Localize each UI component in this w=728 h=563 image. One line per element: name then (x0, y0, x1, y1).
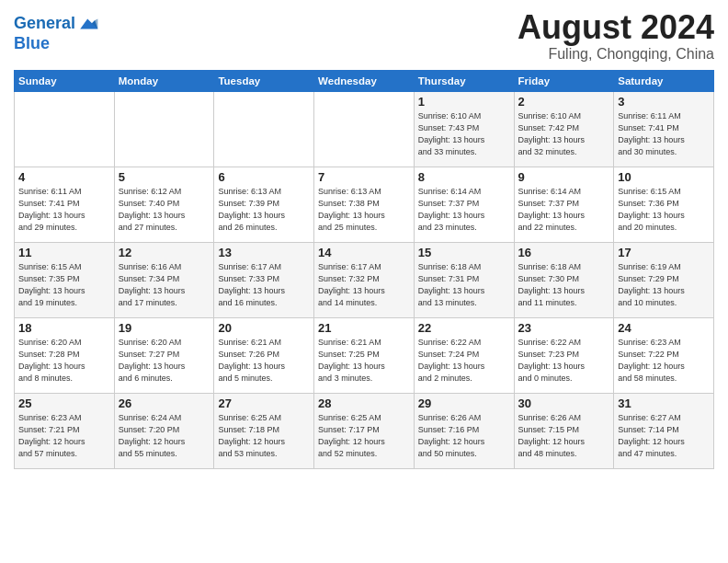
weekday-sunday: Sunday (15, 70, 115, 91)
calendar-cell: 27Sunrise: 6:25 AM Sunset: 7:18 PM Dayli… (214, 393, 314, 468)
day-info: Sunrise: 6:17 AM Sunset: 7:33 PM Dayligh… (218, 261, 310, 309)
calendar-cell (314, 91, 415, 167)
day-info: Sunrise: 6:25 AM Sunset: 7:17 PM Dayligh… (318, 412, 410, 460)
calendar-cell: 23Sunrise: 6:22 AM Sunset: 7:23 PM Dayli… (514, 317, 614, 393)
logo-blue: Blue (14, 34, 50, 52)
calendar-cell: 29Sunrise: 6:26 AM Sunset: 7:16 PM Dayli… (414, 393, 514, 468)
day-number: 26 (119, 396, 210, 410)
day-info: Sunrise: 6:10 AM Sunset: 7:42 PM Dayligh… (518, 110, 610, 158)
calendar-cell: 21Sunrise: 6:21 AM Sunset: 7:25 PM Dayli… (314, 317, 415, 393)
calendar-cell: 2Sunrise: 6:10 AM Sunset: 7:42 PM Daylig… (514, 91, 614, 167)
day-info: Sunrise: 6:24 AM Sunset: 7:20 PM Dayligh… (119, 412, 210, 460)
month-title: August 2024 (518, 9, 714, 46)
day-info: Sunrise: 6:17 AM Sunset: 7:32 PM Dayligh… (318, 261, 410, 309)
calendar-cell (15, 91, 115, 167)
calendar-cell: 15Sunrise: 6:18 AM Sunset: 7:31 PM Dayli… (414, 242, 514, 317)
weekday-saturday: Saturday (614, 70, 714, 91)
day-number: 4 (18, 170, 110, 184)
weekday-wednesday: Wednesday (314, 70, 415, 91)
week-row-2: 11Sunrise: 6:15 AM Sunset: 7:35 PM Dayli… (15, 242, 714, 317)
day-info: Sunrise: 6:15 AM Sunset: 7:36 PM Dayligh… (618, 186, 710, 234)
day-info: Sunrise: 6:10 AM Sunset: 7:43 PM Dayligh… (418, 110, 510, 158)
day-info: Sunrise: 6:27 AM Sunset: 7:14 PM Dayligh… (618, 412, 710, 460)
calendar-cell: 17Sunrise: 6:19 AM Sunset: 7:29 PM Dayli… (614, 242, 714, 317)
calendar-cell (114, 91, 214, 167)
day-number: 5 (119, 170, 210, 184)
day-number: 18 (18, 321, 110, 335)
weekday-thursday: Thursday (414, 70, 514, 91)
day-number: 14 (318, 246, 410, 259)
calendar-cell: 13Sunrise: 6:17 AM Sunset: 7:33 PM Dayli… (214, 242, 314, 317)
day-number: 19 (119, 321, 210, 335)
calendar-cell: 5Sunrise: 6:12 AM Sunset: 7:40 PM Daylig… (114, 167, 214, 242)
main-container: General Blue August 2024 Fuling, Chongqi… (0, 0, 728, 474)
day-info: Sunrise: 6:14 AM Sunset: 7:37 PM Dayligh… (418, 186, 510, 234)
calendar-cell: 7Sunrise: 6:13 AM Sunset: 7:38 PM Daylig… (314, 167, 415, 242)
day-number: 31 (618, 396, 710, 410)
title-block: August 2024 Fuling, Chongqing, China (518, 9, 714, 63)
day-number: 29 (418, 396, 510, 410)
header: General Blue August 2024 Fuling, Chongqi… (14, 9, 714, 63)
day-number: 17 (618, 246, 710, 259)
day-number: 3 (618, 95, 710, 109)
calendar-cell: 8Sunrise: 6:14 AM Sunset: 7:37 PM Daylig… (414, 167, 514, 242)
day-number: 28 (318, 396, 410, 410)
week-row-0: 1Sunrise: 6:10 AM Sunset: 7:43 PM Daylig… (15, 91, 714, 167)
weekday-monday: Monday (114, 70, 214, 91)
weekday-tuesday: Tuesday (214, 70, 314, 91)
day-number: 15 (418, 246, 510, 259)
day-info: Sunrise: 6:20 AM Sunset: 7:27 PM Dayligh… (119, 337, 210, 385)
day-info: Sunrise: 6:23 AM Sunset: 7:22 PM Dayligh… (618, 337, 710, 385)
calendar-cell: 22Sunrise: 6:22 AM Sunset: 7:24 PM Dayli… (414, 317, 514, 393)
day-number: 16 (518, 246, 610, 259)
week-row-3: 18Sunrise: 6:20 AM Sunset: 7:28 PM Dayli… (15, 317, 714, 393)
calendar-cell: 30Sunrise: 6:26 AM Sunset: 7:15 PM Dayli… (514, 393, 614, 468)
calendar-cell: 10Sunrise: 6:15 AM Sunset: 7:36 PM Dayli… (614, 167, 714, 242)
day-info: Sunrise: 6:12 AM Sunset: 7:40 PM Dayligh… (119, 186, 210, 234)
day-info: Sunrise: 6:16 AM Sunset: 7:34 PM Dayligh… (119, 261, 210, 309)
calendar-cell: 24Sunrise: 6:23 AM Sunset: 7:22 PM Dayli… (614, 317, 714, 393)
day-number: 22 (418, 321, 510, 335)
day-info: Sunrise: 6:22 AM Sunset: 7:23 PM Dayligh… (518, 337, 610, 385)
day-number: 30 (518, 396, 610, 410)
calendar-cell (214, 91, 314, 167)
logo: General Blue (14, 13, 99, 53)
day-info: Sunrise: 6:25 AM Sunset: 7:18 PM Dayligh… (218, 412, 310, 460)
calendar-cell: 28Sunrise: 6:25 AM Sunset: 7:17 PM Dayli… (314, 393, 415, 468)
day-info: Sunrise: 6:11 AM Sunset: 7:41 PM Dayligh… (618, 110, 710, 158)
day-number: 20 (218, 321, 310, 335)
day-number: 23 (518, 321, 610, 335)
day-number: 27 (218, 396, 310, 410)
day-number: 6 (218, 170, 310, 184)
calendar-cell: 20Sunrise: 6:21 AM Sunset: 7:26 PM Dayli… (214, 317, 314, 393)
day-number: 2 (518, 95, 610, 109)
calendar-cell: 31Sunrise: 6:27 AM Sunset: 7:14 PM Dayli… (614, 393, 714, 468)
day-info: Sunrise: 6:18 AM Sunset: 7:30 PM Dayligh… (518, 261, 610, 309)
day-info: Sunrise: 6:15 AM Sunset: 7:35 PM Dayligh… (18, 261, 110, 309)
day-info: Sunrise: 6:26 AM Sunset: 7:16 PM Dayligh… (418, 412, 510, 460)
day-number: 10 (618, 170, 710, 184)
day-info: Sunrise: 6:23 AM Sunset: 7:21 PM Dayligh… (18, 412, 110, 460)
logo-icon (77, 13, 99, 35)
day-number: 24 (618, 321, 710, 335)
day-number: 1 (418, 95, 510, 109)
calendar-cell: 16Sunrise: 6:18 AM Sunset: 7:30 PM Dayli… (514, 242, 614, 317)
day-info: Sunrise: 6:21 AM Sunset: 7:25 PM Dayligh… (318, 337, 410, 385)
calendar-cell: 3Sunrise: 6:11 AM Sunset: 7:41 PM Daylig… (614, 91, 714, 167)
day-info: Sunrise: 6:14 AM Sunset: 7:37 PM Dayligh… (518, 186, 610, 234)
calendar-cell: 19Sunrise: 6:20 AM Sunset: 7:27 PM Dayli… (114, 317, 214, 393)
calendar-cell: 9Sunrise: 6:14 AM Sunset: 7:37 PM Daylig… (514, 167, 614, 242)
calendar-cell: 6Sunrise: 6:13 AM Sunset: 7:39 PM Daylig… (214, 167, 314, 242)
day-info: Sunrise: 6:21 AM Sunset: 7:26 PM Dayligh… (218, 337, 310, 385)
day-number: 12 (119, 246, 210, 259)
calendar-cell: 18Sunrise: 6:20 AM Sunset: 7:28 PM Dayli… (15, 317, 115, 393)
day-number: 21 (318, 321, 410, 335)
calendar-cell: 4Sunrise: 6:11 AM Sunset: 7:41 PM Daylig… (15, 167, 115, 242)
day-info: Sunrise: 6:26 AM Sunset: 7:15 PM Dayligh… (518, 412, 610, 460)
calendar-cell: 1Sunrise: 6:10 AM Sunset: 7:43 PM Daylig… (414, 91, 514, 167)
day-info: Sunrise: 6:13 AM Sunset: 7:39 PM Dayligh… (218, 186, 310, 234)
day-info: Sunrise: 6:22 AM Sunset: 7:24 PM Dayligh… (418, 337, 510, 385)
week-row-4: 25Sunrise: 6:23 AM Sunset: 7:21 PM Dayli… (15, 393, 714, 468)
calendar-cell: 14Sunrise: 6:17 AM Sunset: 7:32 PM Dayli… (314, 242, 415, 317)
weekday-friday: Friday (514, 70, 614, 91)
